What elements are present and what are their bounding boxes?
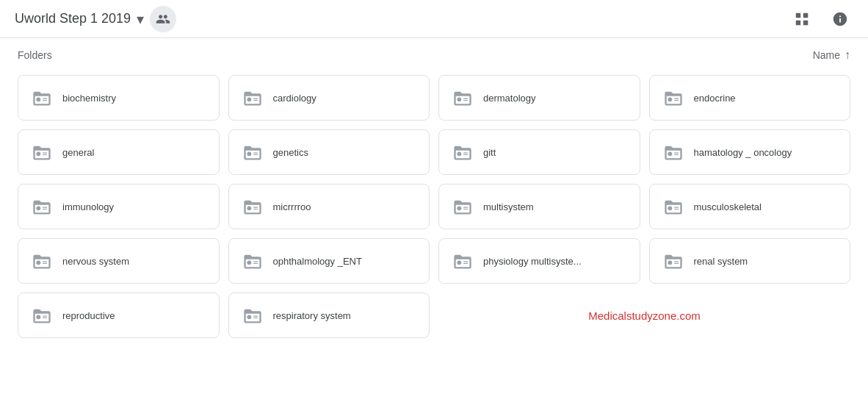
folder-name: multisystem xyxy=(483,201,534,212)
folder-svg-icon xyxy=(452,89,473,107)
header: Uworld Step 1 2019 ▾ xyxy=(0,0,868,38)
sort-controls[interactable]: Name ↑ xyxy=(813,49,850,62)
svg-point-5 xyxy=(247,151,251,156)
svg-point-10 xyxy=(457,206,461,210)
grid-view-button[interactable] xyxy=(789,6,815,32)
folder-item[interactable]: respiratory system xyxy=(228,293,430,338)
folder-name: musculoskeletal xyxy=(694,201,762,212)
grid-view-icon xyxy=(794,11,810,27)
folder-svg-icon xyxy=(242,307,263,324)
folder-item[interactable]: biochemistry xyxy=(18,75,220,121)
svg-point-9 xyxy=(247,206,251,210)
svg-point-7 xyxy=(668,151,672,156)
folder-svg-icon xyxy=(242,198,263,215)
folder-svg-icon xyxy=(242,143,263,161)
folder-name: respiratory system xyxy=(273,310,351,321)
header-left: Uworld Step 1 2019 ▾ xyxy=(15,6,176,32)
folder-item[interactable]: nervous system xyxy=(18,238,220,284)
folder-svg-icon xyxy=(32,307,52,324)
folder-svg-icon xyxy=(452,198,473,215)
folders-grid: biochemistry cardiology dermatology xyxy=(0,69,868,356)
folder-item[interactable]: physiology multisyste... xyxy=(438,238,640,284)
folder-svg-icon xyxy=(242,252,263,270)
folder-item[interactable]: ophthalmology _ENT xyxy=(228,238,430,284)
folder-svg-icon xyxy=(32,89,52,107)
folder-item[interactable]: multisystem xyxy=(438,184,640,229)
folder-item[interactable]: endocrine xyxy=(649,75,851,121)
folder-name: nervous system xyxy=(62,256,129,267)
watermark: Medicalstudyzone.com xyxy=(438,293,850,338)
sort-direction-icon[interactable]: ↑ xyxy=(845,49,850,62)
folder-name: hamatology _ oncology xyxy=(694,147,792,158)
svg-point-11 xyxy=(668,206,672,210)
folder-icon xyxy=(662,86,685,110)
folder-icon xyxy=(241,304,264,327)
folder-icon xyxy=(662,249,685,273)
svg-point-12 xyxy=(36,260,40,265)
svg-point-13 xyxy=(247,260,251,265)
svg-point-3 xyxy=(668,97,672,101)
people-icon xyxy=(156,12,170,26)
folder-icon xyxy=(662,140,685,164)
folder-svg-icon xyxy=(452,143,473,161)
folder-item[interactable]: reproductive xyxy=(18,293,220,338)
folder-svg-icon xyxy=(663,143,684,161)
folder-svg-icon xyxy=(242,89,263,107)
folder-item[interactable]: gitt xyxy=(438,129,640,175)
folder-name: physiology multisyste... xyxy=(483,256,582,267)
folder-svg-icon xyxy=(452,252,473,270)
svg-point-15 xyxy=(668,260,672,265)
folder-icon xyxy=(451,249,474,273)
app-title: Uworld Step 1 2019 xyxy=(15,11,131,26)
folder-icon xyxy=(241,86,264,110)
folder-name: gitt xyxy=(483,147,496,158)
folder-svg-icon xyxy=(32,198,52,215)
folder-name: dermatology xyxy=(483,93,536,104)
folders-label: Folders xyxy=(18,49,52,61)
folder-svg-icon xyxy=(663,198,684,215)
folder-name: renal system xyxy=(694,256,748,267)
sort-label: Name xyxy=(813,49,840,61)
folder-svg-icon xyxy=(663,89,684,107)
folder-icon xyxy=(451,140,474,164)
svg-point-2 xyxy=(457,97,461,101)
folder-name: biochemistry xyxy=(62,93,116,104)
folder-icon xyxy=(30,195,54,218)
folder-item[interactable]: genetics xyxy=(228,129,430,175)
folder-item[interactable]: cardiology xyxy=(228,75,430,121)
folder-icon xyxy=(30,86,54,110)
info-button[interactable] xyxy=(827,6,853,32)
folder-item[interactable]: renal system xyxy=(649,238,851,284)
folder-icon xyxy=(241,140,264,164)
folder-item[interactable]: general xyxy=(18,129,220,175)
folder-icon xyxy=(30,249,54,273)
folder-name: genetics xyxy=(273,147,308,158)
folder-item[interactable]: musculoskeletal xyxy=(649,184,851,229)
folder-icon xyxy=(30,140,54,164)
svg-point-17 xyxy=(247,315,251,319)
folder-item[interactable]: micrrrroo xyxy=(228,184,430,229)
folder-svg-icon xyxy=(32,143,52,161)
folder-item[interactable]: hamatology _ oncology xyxy=(649,129,851,175)
folder-name: endocrine xyxy=(694,93,736,104)
dropdown-arrow-icon[interactable]: ▾ xyxy=(137,10,144,28)
folder-name: ophthalmology _ENT xyxy=(273,256,362,267)
folder-icon xyxy=(30,304,54,327)
svg-point-4 xyxy=(36,151,40,156)
toolbar: Folders Name ↑ xyxy=(0,38,868,69)
folder-item[interactable]: immunology xyxy=(18,184,220,229)
folder-icon xyxy=(241,249,264,273)
folder-name: reproductive xyxy=(62,310,115,321)
people-icon-button[interactable] xyxy=(150,6,176,32)
header-right xyxy=(789,6,853,32)
folder-item[interactable]: dermatology xyxy=(438,75,640,121)
svg-point-6 xyxy=(457,151,461,156)
folder-icon xyxy=(662,195,685,218)
folder-icon xyxy=(451,86,474,110)
svg-point-8 xyxy=(36,206,40,210)
folder-svg-icon xyxy=(32,252,52,270)
folder-svg-icon xyxy=(663,252,684,270)
folder-icon xyxy=(451,195,474,218)
svg-point-0 xyxy=(36,97,40,101)
svg-point-14 xyxy=(457,260,461,265)
